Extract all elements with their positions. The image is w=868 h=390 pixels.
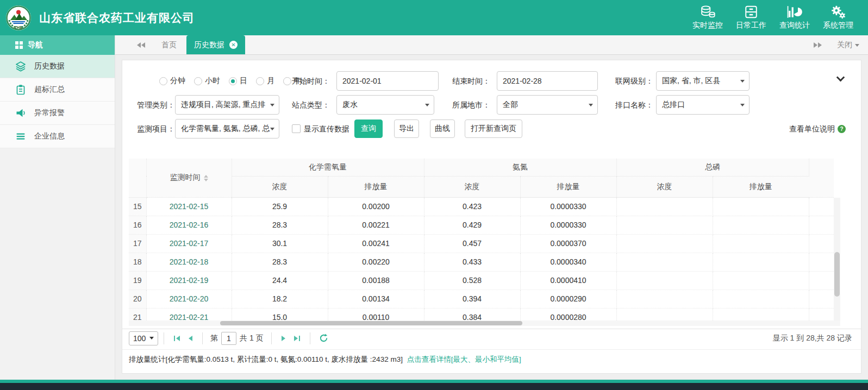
company-logo-icon: ZHB (5, 5, 32, 31)
vertical-scrollbar-thumb[interactable] (834, 252, 840, 297)
radio-icon[interactable] (194, 77, 202, 85)
cell-cod-emission: 0.00200 (328, 197, 424, 216)
radio-hour[interactable]: 小时 (194, 76, 220, 86)
sidebar-item-history-data[interactable]: 历史数据 (0, 55, 115, 78)
page-size-value: 100 (133, 334, 146, 343)
chevron-down-icon (270, 104, 274, 106)
export-button[interactable]: 导出 (394, 119, 419, 138)
sidebar-item-abnormal-alarm[interactable]: 异常报警 (0, 102, 115, 125)
row-index: 21 (129, 308, 146, 320)
index-column-header (129, 159, 146, 197)
new-query-page-button[interactable]: 打开新查询页 (465, 119, 522, 138)
unit-help-link[interactable]: 查看单位说明 ? (789, 119, 846, 139)
radio-month[interactable]: 月 (256, 76, 274, 86)
radio-minute[interactable]: 分钟 (159, 76, 185, 86)
records-summary: 显示 1 到 28,共 28 记录 (773, 334, 852, 343)
tab-close-icon[interactable]: ✕ (229, 41, 238, 49)
monitor-item-label: 监测项目： (130, 119, 175, 139)
radio-icon-checked[interactable] (229, 77, 237, 85)
row-index: 19 (129, 271, 146, 290)
direct-data-checkbox[interactable] (292, 124, 301, 133)
tabbar-right: 关闭 (814, 35, 859, 55)
radio-day[interactable]: 日 (229, 76, 247, 86)
horizontal-scrollbar[interactable] (129, 320, 840, 326)
station-type-select[interactable]: 废水 (336, 95, 434, 115)
start-time-input[interactable] (336, 71, 439, 91)
date-link[interactable]: 2021-02-16 (170, 221, 209, 229)
row-index: 16 (129, 216, 146, 234)
network-level-select[interactable]: 国家, 省, 市, 区县 (656, 71, 750, 91)
cell-phosphorus-emission (713, 253, 809, 271)
radio-icon[interactable] (159, 77, 167, 85)
date-link[interactable]: 2021-02-21 (170, 313, 209, 320)
radio-icon[interactable] (256, 77, 264, 85)
grid-icon (15, 41, 23, 49)
cell-ammonia-emission: 0.0000290 (520, 290, 616, 308)
archive-icon (744, 5, 759, 19)
sidebar-item-label: 超标汇总 (34, 85, 65, 95)
sidebar-item-exceed-summary[interactable]: 超标汇总 (0, 78, 115, 102)
horizontal-scrollbar-thumb[interactable] (220, 321, 522, 325)
cell-ammonia-emission: 0.0000340 (520, 253, 616, 271)
date-link[interactable]: 2021-02-20 (170, 294, 209, 303)
mgmt-category-select[interactable]: 违规项目, 高架源, 重点排 (175, 95, 279, 115)
direct-data-label[interactable]: 显示直传数据 (304, 119, 349, 139)
monitor-item-select[interactable]: 化学需氧量, 氨氮, 总磷, 总 (175, 119, 279, 139)
tab-home[interactable]: 首页 (152, 35, 186, 54)
date-link[interactable]: 2021-02-19 (170, 276, 209, 285)
outlet-name-select[interactable]: 总排口 (656, 95, 750, 115)
time-column-header[interactable]: 监测时间 (146, 159, 232, 197)
city-select[interactable]: 全部 (497, 95, 598, 115)
nav-query-stats[interactable]: 查询统计 (777, 5, 813, 30)
date-link[interactable]: 2021-02-18 (170, 257, 209, 266)
cell-cod-emission: 0.00220 (328, 253, 424, 271)
last-page-button[interactable] (290, 336, 304, 341)
chevron-down-icon (855, 44, 859, 47)
refresh-icon (319, 334, 328, 343)
close-tabs-menu[interactable]: 关闭 (837, 40, 859, 50)
sidebar-item-company-info[interactable]: 企业信息 (0, 125, 115, 148)
nav-system-admin[interactable]: 系统管理 (820, 5, 856, 30)
date-link[interactable]: 2021-02-17 (170, 239, 209, 248)
radio-label: 月 (267, 76, 274, 86)
tab-history-data[interactable]: 历史数据 ✕ (186, 35, 245, 54)
curve-button[interactable]: 曲线 (430, 119, 455, 138)
row-index: 15 (129, 197, 146, 216)
page-size-select[interactable]: 100 (129, 331, 158, 345)
end-time-input[interactable] (497, 71, 598, 91)
station-type-label: 站点类型： (285, 95, 330, 115)
page-prefix-label: 第 (210, 334, 218, 343)
date-cell: 2021-02-18 (146, 253, 232, 271)
nav-daily-work[interactable]: 日常工作 (733, 5, 769, 30)
vertical-scrollbar[interactable] (834, 198, 840, 320)
cell-phosphorus-concentration (616, 216, 713, 234)
page-number-box: 第 共 1 页 (210, 332, 264, 345)
tabs-scroll-left-icon[interactable] (137, 35, 145, 54)
cell-filler (809, 234, 834, 253)
cell-filler (809, 253, 834, 271)
layers-icon (15, 61, 26, 72)
row-index: 18 (129, 253, 146, 271)
page-number-input[interactable] (221, 332, 236, 345)
gears-icon (830, 5, 846, 19)
first-page-button[interactable] (170, 336, 184, 341)
view-detail-link[interactable]: 点击查看详情[最大、最小和平均值] (407, 355, 521, 363)
nav-realtime-monitor[interactable]: 实时监控 (690, 5, 726, 30)
main-area: 导航 历史数据 超标汇总 (0, 35, 868, 380)
tabs-scroll-right-icon[interactable] (814, 42, 822, 48)
refresh-button[interactable] (319, 334, 328, 343)
date-link[interactable]: 2021-02-15 (170, 202, 209, 211)
next-page-button[interactable] (277, 336, 290, 341)
query-button[interactable]: 查询 (354, 119, 383, 138)
radio-label: 日 (240, 76, 247, 86)
company-title: 山东省联合农药工业有限公司 (39, 10, 195, 26)
prev-page-button[interactable] (184, 336, 197, 341)
sort-icon[interactable] (204, 175, 208, 181)
table-row: 20 2021-02-20 18.2 0.00134 0.394 0.00002… (129, 290, 834, 308)
sidebar-nav-title[interactable]: 导航 (0, 35, 115, 55)
cell-ammonia-concentration: 0.394 (424, 290, 520, 308)
date-cell: 2021-02-19 (146, 271, 232, 290)
nav-item-label: 查询统计 (779, 21, 810, 30)
cell-phosphorus-emission (713, 271, 809, 290)
table-row: 16 2021-02-16 28.3 0.00221 0.429 0.00003… (129, 216, 834, 234)
